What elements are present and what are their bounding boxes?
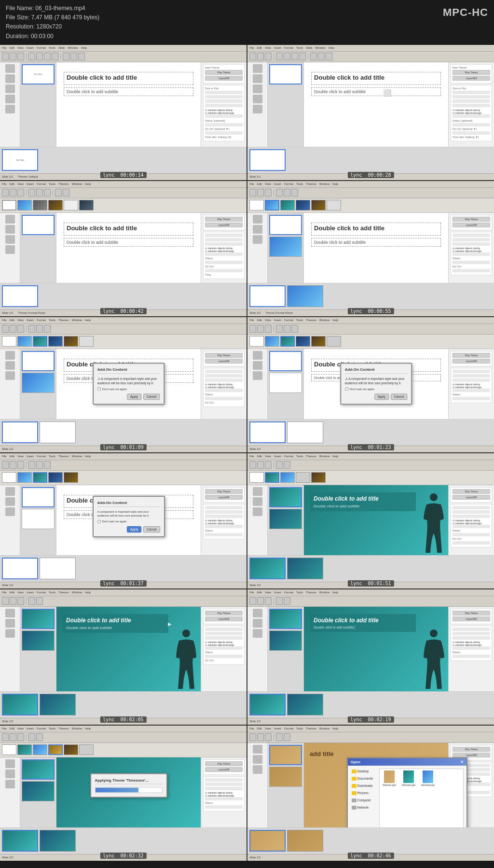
dialog-checkbox-6[interactable]	[345, 388, 348, 391]
thumbnail-3: FileEditViewInsertFormatToolsThemesWindo…	[0, 181, 247, 316]
slide-title-10: Double click to add title	[314, 617, 412, 624]
dialog-cancel-btn-5[interactable]: Cancel	[143, 394, 160, 400]
timestamp-6: lync 00:01:23	[347, 444, 394, 450]
slide-title-9: Double click to add title	[66, 617, 165, 624]
slide-subtitle-8: Double click to add subtitle	[314, 504, 412, 508]
dialog-apply-7[interactable]: Apply	[127, 526, 141, 532]
timestamp-1: lync 00:00:14	[100, 172, 146, 178]
timestamp-3: lync 00:00:42	[100, 308, 146, 314]
silhouette-10	[422, 629, 446, 691]
thumbnail-12: FileEditViewInsertFormatToolsThemesWindo…	[247, 726, 494, 861]
thumbnail-9: FileEditViewInsertFormatToolsThemesWindo…	[0, 589, 247, 725]
timestamp-12: lync 00:02:46	[347, 853, 394, 859]
mpc-hc-logo: MPC-HC	[443, 4, 488, 21]
duration: Duration: 00:03:00	[6, 32, 488, 41]
slide-subtitle-4: Double click to add subtitle	[314, 240, 438, 245]
timestamp-5: lync 00:01:09	[100, 444, 146, 450]
dialog-checkbox-5[interactable]	[97, 388, 101, 391]
addon-dialog-7[interactable]: Add-On Content A component is important-…	[93, 496, 165, 537]
timestamp-7: lync 00:01:37	[100, 580, 146, 587]
timestamp-2: lync 00:00:28	[347, 172, 394, 178]
timestamp-8: lync 00:01:51	[347, 580, 394, 587]
slide-subtitle-10: Double click to add subtitle│	[314, 626, 412, 629]
thumbnail-1: FileEditViewInsertFormatToolsSlideWindow…	[0, 45, 247, 180]
slide-title-8: Double click to add title	[314, 495, 412, 502]
slide-subtitle-2: Double click to add subtitle	[314, 89, 438, 94]
svg-point-0	[430, 493, 438, 501]
thumbnail-grid: FileEditViewInsertFormatToolsSlideWindow…	[0, 45, 494, 861]
silhouette-8	[422, 492, 446, 555]
dialog-apply-btn-5[interactable]: Apply	[127, 394, 141, 400]
thumbnail-11: FileEditViewInsertFormatToolsThemesWindo…	[0, 726, 247, 861]
slide-title-2: Double click to add title	[314, 74, 438, 81]
dialog-cancel-btn-6[interactable]: Cancel	[391, 394, 407, 400]
info-bar: File Name: 06_03-themes.mp4 File Size: 7…	[0, 0, 494, 45]
slide-subtitle-3: Double click to add subtitle	[67, 240, 191, 245]
dialog-title-5: Add-On Content	[97, 368, 160, 374]
slide-title-3: Double click to add title	[67, 224, 191, 232]
slide-subtitle-1: Double click to add subtitle	[67, 89, 191, 94]
svg-point-2	[430, 630, 438, 637]
thumbnail-5: FileEditViewInsertFormatToolsThemesWindo…	[0, 317, 247, 452]
dialog-body-5: ⚠ A component is important-style and you…	[97, 377, 160, 386]
slide-title-4: Double click to add title	[314, 224, 438, 232]
progress-dialog-11: Applying Theme 'Timezone'...	[90, 773, 167, 798]
timestamp-4: lync 00:00:55	[347, 308, 394, 314]
slide-title-12: add title	[310, 750, 442, 757]
filename: File Name: 06_03-themes.mp4	[6, 4, 488, 13]
thumbnail-7: FileEditViewInsertFormatToolsThemesWindo…	[0, 453, 247, 588]
thumbnail-6: FileEditViewInsertFormatToolsThemesWindo…	[247, 317, 494, 452]
thumbnail-10: FileEditViewInsertFormatToolsThemesWindo…	[247, 589, 494, 725]
slide-subtitle-9: Double click to add subtitle	[66, 626, 165, 630]
thumbnail-2: FileEditViewInsertFormatToolsSlideWindow…	[247, 45, 494, 180]
timestamp-10: lync 00:02:19	[347, 716, 394, 723]
open-file-dialog[interactable]: Open ✕ Desktop Documents	[347, 757, 467, 827]
dialog-title-6: Add-On Content	[345, 368, 408, 374]
resolution: Resolution: 1280x720	[6, 22, 488, 31]
thumbnail-4: FileEditViewInsertFormatToolsThemesWindo…	[247, 181, 494, 316]
thumbnail-8: FileEditViewInsertFormatToolsThemesWindo…	[247, 453, 494, 588]
dialog-body-6: ⚠ A component is important-style and you…	[345, 377, 408, 386]
timestamp-9: lync 00:02:05	[100, 716, 146, 723]
addon-dialog-5[interactable]: Add-On Content ⚠ A component is importan…	[93, 363, 165, 405]
filesize: File Size: 7,47 MB (7 840 479 bytes)	[6, 13, 488, 22]
dialog-apply-btn-6[interactable]: Apply	[374, 394, 389, 400]
addon-dialog-6[interactable]: Add-On Content ⚠ A component is importan…	[340, 363, 412, 405]
slide-title-1: Double click to add title	[67, 74, 191, 81]
timestamp-11: lync 00:02:32	[100, 853, 146, 859]
silhouette-9	[174, 629, 198, 691]
dialog-cancel-7[interactable]: Cancel	[143, 526, 160, 532]
dialog-checkbox-7[interactable]	[97, 520, 101, 523]
svg-point-1	[182, 630, 190, 637]
